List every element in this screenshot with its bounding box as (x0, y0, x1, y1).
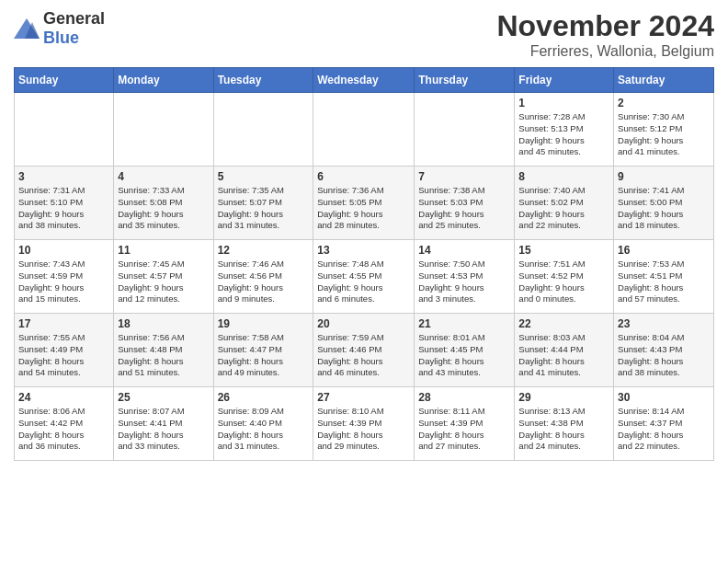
day-number: 17 (18, 317, 109, 330)
day-info: Sunrise: 8:03 AMSunset: 4:44 PMDaylight:… (518, 332, 609, 379)
day-number: 11 (118, 244, 209, 257)
day-number: 7 (418, 170, 510, 183)
calendar-cell: 19Sunrise: 7:58 AMSunset: 4:47 PMDayligh… (213, 314, 313, 387)
day-number: 21 (418, 317, 510, 330)
weekday-header-monday: Monday (114, 68, 213, 93)
day-info: Sunrise: 8:13 AMSunset: 4:38 PMDaylight:… (518, 406, 609, 453)
weekday-header-wednesday: Wednesday (313, 68, 415, 93)
calendar-cell: 8Sunrise: 7:40 AMSunset: 5:02 PMDaylight… (515, 167, 614, 240)
day-info: Sunrise: 7:33 AMSunset: 5:08 PMDaylight:… (118, 185, 209, 232)
day-info: Sunrise: 7:58 AMSunset: 4:47 PMDaylight:… (218, 332, 310, 379)
calendar-cell: 28Sunrise: 8:11 AMSunset: 4:39 PMDayligh… (415, 387, 515, 461)
header: General Blue November 2024 Ferrieres, Wa… (14, 9, 714, 60)
logo-blue: Blue (43, 29, 79, 47)
calendar-cell: 7Sunrise: 7:38 AMSunset: 5:03 PMDaylight… (415, 167, 515, 240)
day-info: Sunrise: 7:38 AMSunset: 5:03 PMDaylight:… (418, 185, 510, 232)
day-info: Sunrise: 7:30 AMSunset: 5:12 PMDaylight:… (618, 111, 710, 158)
day-info: Sunrise: 7:48 AMSunset: 4:55 PMDaylight:… (317, 259, 410, 305)
calendar-week-2: 3Sunrise: 7:31 AMSunset: 5:10 PMDaylight… (15, 167, 714, 240)
day-info: Sunrise: 7:28 AMSunset: 5:13 PMDaylight:… (518, 111, 609, 158)
logo-icon (14, 18, 40, 39)
day-number: 23 (618, 317, 710, 330)
location-subtitle: Ferrieres, Wallonia, Belgium (496, 43, 714, 60)
logo-general: General (43, 9, 105, 28)
weekday-header-thursday: Thursday (415, 68, 515, 93)
day-number: 14 (418, 244, 510, 257)
calendar-cell: 5Sunrise: 7:35 AMSunset: 5:07 PMDaylight… (213, 167, 313, 240)
day-info: Sunrise: 8:14 AMSunset: 4:37 PMDaylight:… (618, 406, 710, 453)
day-number: 16 (618, 244, 710, 257)
logo: General Blue (14, 9, 105, 48)
calendar-cell (313, 93, 415, 167)
calendar-cell: 29Sunrise: 8:13 AMSunset: 4:38 PMDayligh… (515, 387, 614, 461)
calendar-cell: 10Sunrise: 7:43 AMSunset: 4:59 PMDayligh… (15, 240, 114, 314)
day-number: 2 (618, 97, 710, 109)
day-info: Sunrise: 7:45 AMSunset: 4:57 PMDaylight:… (118, 259, 209, 305)
calendar-cell: 26Sunrise: 8:09 AMSunset: 4:40 PMDayligh… (213, 387, 313, 461)
calendar-cell (15, 93, 114, 167)
day-number: 15 (518, 244, 609, 257)
day-info: Sunrise: 8:06 AMSunset: 4:42 PMDaylight:… (18, 406, 109, 453)
day-info: Sunrise: 7:56 AMSunset: 4:48 PMDaylight:… (118, 332, 209, 379)
calendar-week-5: 24Sunrise: 8:06 AMSunset: 4:42 PMDayligh… (15, 387, 714, 461)
calendar-cell: 23Sunrise: 8:04 AMSunset: 4:43 PMDayligh… (614, 314, 714, 387)
day-info: Sunrise: 8:04 AMSunset: 4:43 PMDaylight:… (618, 332, 710, 379)
day-info: Sunrise: 7:40 AMSunset: 5:02 PMDaylight:… (518, 185, 609, 232)
calendar-week-1: 1Sunrise: 7:28 AMSunset: 5:13 PMDaylight… (15, 93, 714, 167)
calendar-table: SundayMondayTuesdayWednesdayThursdayFrid… (14, 67, 714, 461)
calendar-cell: 22Sunrise: 8:03 AMSunset: 4:44 PMDayligh… (515, 314, 614, 387)
day-number: 18 (118, 317, 209, 330)
calendar-cell: 1Sunrise: 7:28 AMSunset: 5:13 PMDaylight… (515, 93, 614, 167)
day-info: Sunrise: 7:35 AMSunset: 5:07 PMDaylight:… (218, 185, 310, 232)
day-number: 9 (618, 170, 710, 183)
page-container: General Blue November 2024 Ferrieres, Wa… (0, 0, 728, 470)
day-info: Sunrise: 8:01 AMSunset: 4:45 PMDaylight:… (418, 332, 510, 379)
calendar-cell (213, 93, 313, 167)
day-number: 28 (418, 391, 510, 404)
calendar-cell: 6Sunrise: 7:36 AMSunset: 5:05 PMDaylight… (313, 167, 415, 240)
day-number: 27 (317, 391, 410, 404)
weekday-header-saturday: Saturday (614, 68, 714, 93)
day-info: Sunrise: 7:41 AMSunset: 5:00 PMDaylight:… (618, 185, 710, 232)
day-number: 26 (218, 391, 310, 404)
day-number: 3 (18, 170, 109, 183)
calendar-cell: 17Sunrise: 7:55 AMSunset: 4:49 PMDayligh… (15, 314, 114, 387)
day-number: 4 (118, 170, 209, 183)
day-number: 20 (317, 317, 410, 330)
month-title: November 2024 (496, 9, 714, 43)
day-info: Sunrise: 7:53 AMSunset: 4:51 PMDaylight:… (618, 259, 710, 305)
day-number: 22 (518, 317, 609, 330)
calendar-week-3: 10Sunrise: 7:43 AMSunset: 4:59 PMDayligh… (15, 240, 714, 314)
title-block: November 2024 Ferrieres, Wallonia, Belgi… (496, 9, 714, 60)
calendar-cell: 24Sunrise: 8:06 AMSunset: 4:42 PMDayligh… (15, 387, 114, 461)
day-info: Sunrise: 8:09 AMSunset: 4:40 PMDaylight:… (218, 406, 310, 453)
calendar-cell: 13Sunrise: 7:48 AMSunset: 4:55 PMDayligh… (313, 240, 415, 314)
day-number: 13 (317, 244, 410, 257)
day-number: 1 (518, 97, 609, 109)
calendar-cell: 27Sunrise: 8:10 AMSunset: 4:39 PMDayligh… (313, 387, 415, 461)
day-info: Sunrise: 8:11 AMSunset: 4:39 PMDaylight:… (418, 406, 510, 453)
weekday-header-sunday: Sunday (15, 68, 114, 93)
logo-text: General Blue (43, 9, 105, 48)
day-number: 8 (518, 170, 609, 183)
day-info: Sunrise: 7:55 AMSunset: 4:49 PMDaylight:… (18, 332, 109, 379)
calendar-cell: 30Sunrise: 8:14 AMSunset: 4:37 PMDayligh… (614, 387, 714, 461)
weekday-header-tuesday: Tuesday (213, 68, 313, 93)
day-info: Sunrise: 7:59 AMSunset: 4:46 PMDaylight:… (317, 332, 410, 379)
day-info: Sunrise: 7:50 AMSunset: 4:53 PMDaylight:… (418, 259, 510, 305)
calendar-week-4: 17Sunrise: 7:55 AMSunset: 4:49 PMDayligh… (15, 314, 714, 387)
calendar-cell: 4Sunrise: 7:33 AMSunset: 5:08 PMDaylight… (114, 167, 213, 240)
day-info: Sunrise: 7:36 AMSunset: 5:05 PMDaylight:… (317, 185, 410, 232)
calendar-cell (114, 93, 213, 167)
day-number: 25 (118, 391, 209, 404)
calendar-cell: 11Sunrise: 7:45 AMSunset: 4:57 PMDayligh… (114, 240, 213, 314)
day-info: Sunrise: 7:31 AMSunset: 5:10 PMDaylight:… (18, 185, 109, 232)
calendar-cell: 25Sunrise: 8:07 AMSunset: 4:41 PMDayligh… (114, 387, 213, 461)
day-number: 12 (218, 244, 310, 257)
day-number: 24 (18, 391, 109, 404)
day-info: Sunrise: 7:43 AMSunset: 4:59 PMDaylight:… (18, 259, 109, 305)
day-info: Sunrise: 7:51 AMSunset: 4:52 PMDaylight:… (518, 259, 609, 305)
day-number: 30 (618, 391, 710, 404)
calendar-cell: 18Sunrise: 7:56 AMSunset: 4:48 PMDayligh… (114, 314, 213, 387)
calendar-cell: 21Sunrise: 8:01 AMSunset: 4:45 PMDayligh… (415, 314, 515, 387)
